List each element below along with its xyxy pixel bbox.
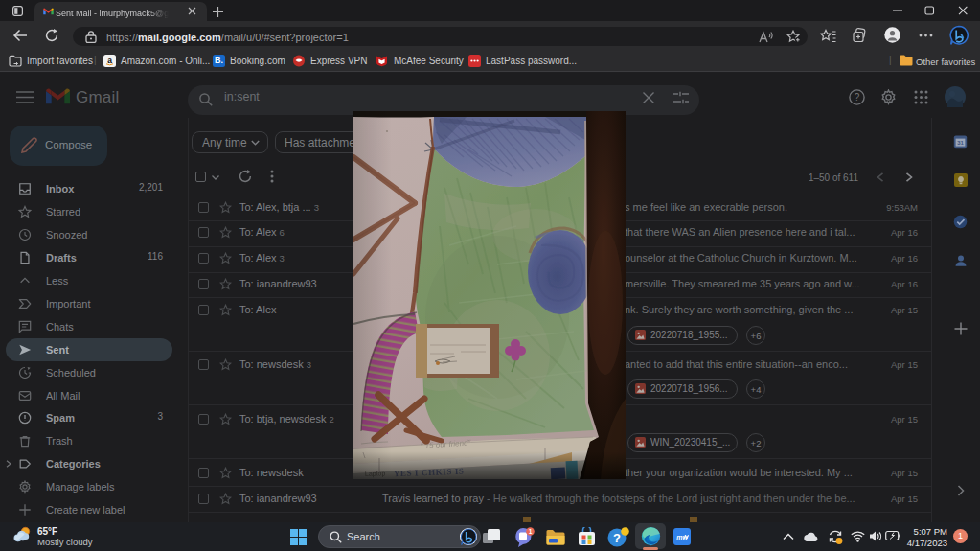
- svg-text:1: 1: [529, 528, 533, 535]
- svg-text:B.: B.: [215, 56, 223, 65]
- svg-text:?: ?: [613, 531, 621, 545]
- svg-text:a: a: [107, 56, 112, 65]
- svg-text:31: 31: [957, 140, 964, 146]
- svg-text:?: ?: [855, 92, 860, 103]
